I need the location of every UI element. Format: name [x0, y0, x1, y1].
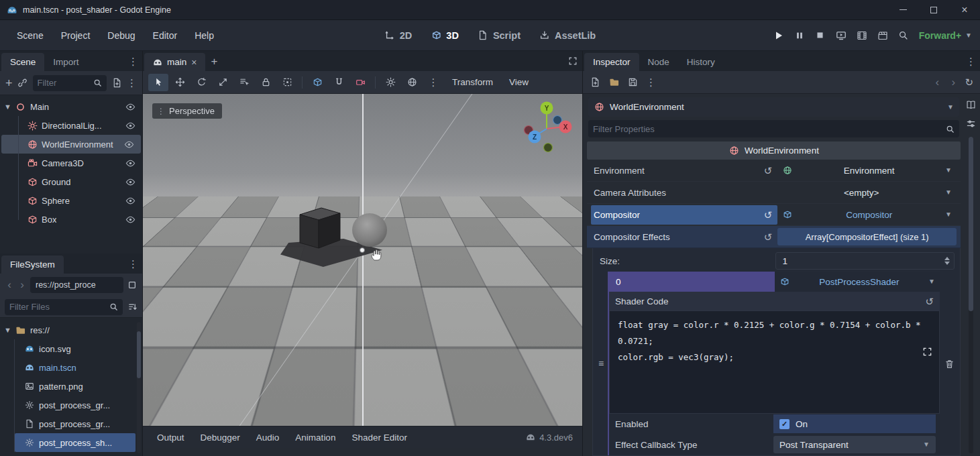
sphere-mesh[interactable] [352, 213, 387, 247]
collapse-arrow-icon[interactable]: ▼ [4, 327, 11, 334]
file-row[interactable]: pattern.png [15, 377, 142, 396]
compositor-resource-dropdown[interactable]: Compositor ▼ [777, 206, 957, 223]
bottom-tab-audio[interactable]: Audio [249, 433, 287, 443]
close-tab-icon[interactable]: × [191, 58, 197, 67]
inspector-scrollbar[interactable] [969, 137, 973, 453]
array-size-spinbox[interactable]: 1 [775, 252, 955, 270]
menu-scene[interactable]: Scene [8, 30, 52, 41]
edited-object-dropdown[interactable]: WorldEnvironment ▼ [588, 97, 959, 117]
view-menu[interactable]: View [502, 77, 536, 87]
revert-icon[interactable]: ↺ [764, 166, 773, 176]
revert-icon[interactable]: ↺ [764, 232, 773, 242]
delete-element-icon[interactable] [944, 358, 955, 369]
new-resource-icon[interactable] [590, 77, 600, 88]
visibility-icon[interactable] [125, 158, 135, 168]
preview-environment-button[interactable] [402, 74, 422, 91]
nav-forward-icon[interactable]: › [17, 278, 27, 292]
bottom-tab-output[interactable]: Output [150, 433, 192, 443]
tree-row-ground[interactable]: Ground [0, 172, 142, 191]
scrollbar-thumb[interactable] [137, 331, 141, 379]
checkbox-checked-icon[interactable]: ✓ [779, 419, 790, 429]
perspective-menu[interactable]: ⋮ Perspective [152, 103, 222, 119]
axis-gizmo[interactable]: Y X Z [519, 99, 575, 158]
rotate-tool-button[interactable] [191, 74, 211, 91]
tab-scene[interactable]: Scene [1, 53, 44, 71]
history-forward-icon[interactable]: › [948, 76, 958, 89]
spin-up-icon[interactable] [944, 257, 950, 260]
tree-row-box[interactable]: Box [0, 210, 142, 229]
menu-help[interactable]: Help [186, 30, 223, 41]
split-mode-icon[interactable] [127, 280, 138, 290]
visibility-icon[interactable] [125, 195, 135, 206]
bottom-tab-debugger[interactable]: Debugger [193, 433, 248, 443]
menu-project[interactable]: Project [52, 30, 99, 41]
maximize-button[interactable] [918, 0, 949, 19]
box-mesh[interactable] [294, 201, 345, 254]
dock-menu-icon[interactable]: ⋮ [128, 56, 138, 66]
environment-resource-dropdown[interactable]: Environment ▼ [777, 162, 957, 179]
tree-row-main[interactable]: ▼ Main [0, 97, 142, 116]
dock-menu-icon[interactable]: ⋮ [127, 78, 137, 88]
camera-attributes-dropdown[interactable]: <empty> ▼ [777, 184, 957, 201]
local-space-button[interactable] [307, 74, 327, 91]
group-button[interactable] [277, 74, 297, 91]
tab-filesystem[interactable]: FileSystem [1, 255, 64, 274]
tab-node[interactable]: Node [639, 53, 678, 71]
visibility-icon[interactable] [123, 139, 134, 150]
bottom-tab-shader-editor[interactable]: Shader Editor [344, 433, 415, 443]
mode-2d-button[interactable]: 2D [384, 30, 413, 41]
drag-handle-icon[interactable]: ≡ [598, 359, 604, 368]
visibility-icon[interactable] [125, 120, 135, 131]
property-filter-input[interactable] [593, 124, 942, 134]
visibility-icon[interactable] [125, 214, 135, 225]
effect-callback-type-dropdown[interactable]: Post Transparent ▼ [773, 436, 936, 453]
file-row[interactable]: post_process_gr... [15, 396, 142, 414]
visibility-icon[interactable] [125, 101, 135, 112]
tree-row-camera3d[interactable]: Camera3D [0, 154, 142, 172]
history-back-icon[interactable]: ‹ [932, 76, 942, 89]
add-node-icon[interactable]: + [5, 77, 13, 89]
scale-tool-button[interactable] [213, 74, 233, 91]
load-resource-icon[interactable] [608, 77, 619, 88]
element-resource-dropdown[interactable]: PostProcessShader ▼ [775, 272, 940, 292]
expand-code-icon[interactable] [922, 346, 932, 357]
mode-script-button[interactable]: Script [478, 30, 521, 41]
array-value-button[interactable]: Array[CompositorEffect] (size 1) [777, 228, 957, 245]
tree-row-sphere[interactable]: Sphere [0, 191, 142, 210]
revert-icon[interactable]: ↺ [925, 296, 934, 306]
resource-menu-icon[interactable]: ⋮ [646, 77, 656, 87]
filesystem-scrollbar[interactable] [137, 322, 141, 453]
file-filter-input[interactable] [9, 302, 106, 312]
list-select-button[interactable] [234, 74, 254, 91]
spinner-arrows[interactable] [944, 257, 950, 265]
scene-tab-main[interactable]: main × [144, 53, 205, 71]
file-row[interactable]: post_process_gr... [15, 414, 142, 433]
selected-property-label[interactable]: Compositor ↺ [591, 205, 777, 225]
tab-history[interactable]: History [678, 53, 724, 71]
distraction-free-icon[interactable] [567, 56, 578, 66]
bottom-tab-animation[interactable]: Animation [288, 433, 343, 443]
dock-menu-icon[interactable]: ⋮ [128, 259, 138, 269]
preview-sun-button[interactable] [380, 74, 400, 91]
instance-scene-icon[interactable] [17, 78, 28, 89]
attach-script-icon[interactable] [111, 78, 122, 89]
spin-down-icon[interactable] [944, 262, 950, 265]
3d-viewport[interactable]: ⋮ Perspective Y X [143, 94, 582, 426]
file-row-selected[interactable]: post_process_sh... [15, 433, 135, 452]
scrollbar-thumb[interactable] [969, 137, 973, 311]
scene-filter-input[interactable] [38, 78, 90, 88]
nav-back-icon[interactable]: ‹ [5, 278, 14, 292]
save-resource-icon[interactable] [627, 77, 638, 88]
enabled-checkbox-area[interactable]: ✓ On [773, 414, 936, 433]
open-docs-icon[interactable] [966, 99, 977, 110]
tree-row-directionallight[interactable]: DirectionalLig... [0, 116, 142, 135]
camera-preview-button[interactable] [350, 74, 370, 91]
mode-assetlib-button[interactable]: AssetLib [539, 30, 596, 41]
mode-3d-button[interactable]: 3D [431, 30, 459, 41]
viewport-options-button[interactable]: ⋮ [423, 74, 443, 91]
lock-button[interactable] [256, 74, 276, 91]
menu-debug[interactable]: Debug [99, 30, 144, 41]
tab-import[interactable]: Import [44, 53, 87, 71]
play-custom-scene-icon[interactable] [857, 30, 867, 41]
revert-icon[interactable]: ↺ [764, 210, 773, 220]
